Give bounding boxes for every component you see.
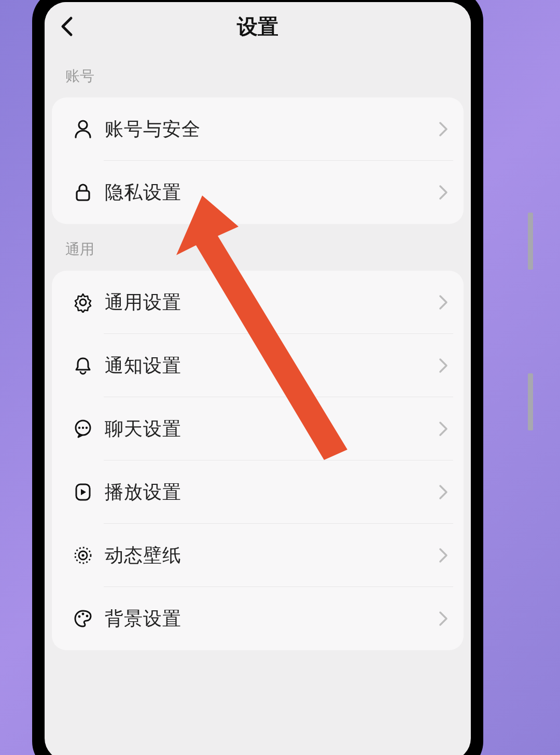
row-notification-settings[interactable]: 通知设置 [52, 334, 464, 397]
svg-point-5 [82, 427, 84, 429]
wallpaper-icon [67, 545, 99, 566]
row-label: 账号与安全 [99, 117, 439, 142]
chevron-right-icon [439, 484, 448, 500]
palette-icon [67, 608, 99, 629]
row-account-security[interactable]: 账号与安全 [52, 97, 464, 161]
header: 设置 [45, 2, 471, 51]
svg-point-0 [79, 121, 87, 129]
chevron-right-icon [439, 295, 448, 310]
row-privacy-settings[interactable]: 隐私设置 [52, 161, 464, 224]
lock-icon [67, 182, 99, 203]
svg-point-2 [80, 299, 86, 305]
phone-side-button [528, 373, 533, 430]
row-label: 播放设置 [99, 480, 439, 505]
chevron-right-icon [439, 358, 448, 373]
page-title: 设置 [45, 12, 471, 41]
phone-frame: 设置 账号 账号与安全 [32, 0, 483, 755]
svg-point-11 [81, 554, 84, 556]
row-label: 通知设置 [99, 353, 439, 379]
general-card: 通用设置 通知设置 [52, 271, 464, 650]
row-label: 隐私设置 [99, 180, 439, 205]
chevron-right-icon [439, 548, 448, 563]
chevron-right-icon [439, 121, 448, 137]
back-button[interactable] [54, 13, 80, 39]
chevron-right-icon [439, 185, 448, 200]
account-card: 账号与安全 隐私设置 [52, 97, 464, 224]
chevron-left-icon [60, 16, 74, 37]
row-play-settings[interactable]: 播放设置 [52, 460, 464, 524]
row-label: 聊天设置 [99, 416, 439, 442]
row-label: 通用设置 [99, 290, 439, 315]
svg-rect-1 [77, 191, 89, 200]
svg-marker-8 [81, 489, 86, 495]
chevron-right-icon [439, 611, 448, 626]
settings-screen: 设置 账号 账号与安全 [45, 2, 471, 755]
svg-point-12 [78, 616, 81, 618]
row-label: 背景设置 [99, 606, 439, 632]
chat-icon [67, 418, 99, 439]
svg-point-14 [86, 615, 89, 618]
row-background-settings[interactable]: 背景设置 [52, 587, 464, 650]
bell-icon [67, 355, 99, 376]
row-label: 动态壁纸 [99, 543, 439, 568]
row-general-settings[interactable]: 通用设置 [52, 271, 464, 334]
svg-point-13 [82, 613, 85, 616]
svg-point-6 [86, 427, 88, 429]
person-icon [67, 119, 99, 139]
row-chat-settings[interactable]: 聊天设置 [52, 397, 464, 460]
row-live-wallpaper[interactable]: 动态壁纸 [52, 524, 464, 587]
play-icon [67, 482, 99, 502]
gear-icon [67, 292, 99, 313]
phone-side-button [528, 213, 533, 270]
chevron-right-icon [439, 421, 448, 437]
svg-point-4 [78, 427, 80, 429]
section-label-general: 通用 [45, 224, 471, 271]
section-label-account: 账号 [45, 51, 471, 97]
